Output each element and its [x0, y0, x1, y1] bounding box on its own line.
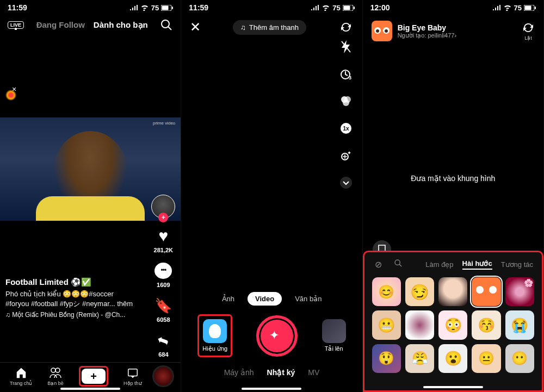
svg-line-4: [168, 27, 171, 30]
screen-effects: 12:00 75 Big Eye Baby Người tạo: peilinl…: [363, 0, 544, 392]
svg-rect-7: [128, 369, 138, 376]
sparkle-icon: ✦: [269, 328, 285, 344]
wifi-icon: [322, 4, 330, 11]
flash-icon[interactable]: [338, 39, 354, 54]
video-desc-2[interactable]: #foryou #football #fypシ #neymar... thêm: [5, 299, 143, 309]
music-note-icon: ♫: [240, 23, 246, 32]
bookmark-button[interactable]: 🔖 6058: [153, 296, 173, 323]
battery-pct: 75: [151, 4, 159, 12]
video-meta: Football Limited ⚽✅ Phó chủ tịch kiểu 😳😳…: [5, 277, 143, 319]
effect-header: Big Eye Baby Người tạo: peilinli477› Lật: [363, 13, 543, 49]
mode-video[interactable]: Video: [248, 292, 282, 306]
sound-disc[interactable]: [152, 365, 174, 387]
subtab-camera[interactable]: Máy ảnh: [224, 368, 254, 377]
mode-text[interactable]: Văn bản: [287, 292, 329, 306]
author-avatar[interactable]: +: [151, 195, 175, 219]
nav-home[interactable]: Trang chủ: [10, 366, 32, 386]
effect-tile[interactable]: [505, 344, 534, 373]
effect-tile[interactable]: [438, 310, 467, 339]
battery-icon: [343, 5, 355, 11]
effect-tile[interactable]: [472, 310, 500, 339]
video-title[interactable]: Football Limited ⚽✅: [5, 277, 143, 287]
status-bar: 11:59 75: [181, 0, 362, 13]
effect-tile[interactable]: [505, 277, 534, 306]
speed-icon[interactable]: 1x: [338, 121, 354, 136]
svg-rect-23: [524, 5, 531, 10]
svg-point-6: [55, 368, 60, 372]
record-button[interactable]: ✦: [256, 315, 298, 357]
no-effect-icon[interactable]: ⊘: [373, 259, 384, 270]
mode-photo[interactable]: Ảnh: [214, 292, 242, 306]
signal-icon: [129, 5, 138, 10]
confetti-close-icon[interactable]: ×: [12, 85, 16, 94]
filters-icon[interactable]: [338, 94, 354, 109]
inbox-icon: [126, 366, 139, 379]
subtab-diary[interactable]: Nhật ký: [267, 368, 295, 377]
feed-content[interactable]: × prime video + ♥ 281,2K 1609 🔖 6058 ➦: [0, 37, 181, 362]
effect-thumbnail[interactable]: [372, 21, 392, 41]
upload-button[interactable]: Tải lên: [322, 319, 346, 352]
side-actions: + ♥ 281,2K 1609 🔖 6058 ➦ 684: [151, 195, 175, 387]
panel-tab-interactive[interactable]: Tương tác: [501, 260, 533, 269]
effect-tile[interactable]: [405, 310, 434, 339]
home-indicator: [423, 386, 483, 388]
effect-tile[interactable]: [438, 344, 467, 373]
nav-friends[interactable]: Bạn bè: [47, 366, 64, 386]
status-bar: 12:00 75: [363, 0, 543, 13]
panel-tab-funny[interactable]: Hài hước: [462, 259, 492, 270]
beauty-icon[interactable]: [338, 148, 354, 163]
signal-icon: [492, 5, 501, 10]
svg-point-17: [343, 99, 349, 106]
effects-button[interactable]: Hiệu ứng: [202, 319, 227, 352]
comment-button[interactable]: 1609: [153, 261, 173, 288]
effect-meta[interactable]: Big Eye Baby Người tạo: peilinli477›: [398, 23, 516, 39]
effect-tile[interactable]: [405, 344, 434, 373]
subtab-mv[interactable]: MV: [308, 368, 319, 377]
effect-tile[interactable]: [472, 344, 500, 373]
tab-foryou[interactable]: Dành cho bạn: [94, 20, 148, 30]
music-line[interactable]: ♫ Một Giấc Phiêu Bồng (Remix) - @Ch...: [5, 311, 143, 319]
flip-icon: [522, 21, 535, 34]
grid-fade: [364, 379, 542, 390]
effect-tile[interactable]: [372, 344, 401, 373]
expand-tools-icon[interactable]: [338, 175, 354, 190]
effect-tile-selected[interactable]: [472, 277, 500, 306]
feed-tabs: Đang Follow Dành cho bạn: [34, 20, 150, 30]
effects-grid: [371, 274, 535, 376]
camera-modes: Ảnh Video Văn bản: [181, 292, 362, 306]
svg-text:1x: 1x: [343, 126, 349, 132]
camera-header: ✕ ♫ Thêm âm thanh: [181, 13, 362, 41]
signal-icon: [311, 5, 319, 10]
like-button[interactable]: ♥ 281,2K: [153, 226, 173, 253]
search-effects-icon[interactable]: [393, 259, 404, 270]
effect-tile[interactable]: [438, 277, 467, 306]
live-icon[interactable]: LIVE: [8, 21, 24, 29]
status-bar: 11:59 75: [0, 0, 181, 13]
home-icon: [15, 366, 28, 379]
wifi-icon: [503, 4, 512, 11]
panel-tab-beauty[interactable]: Làm đẹp: [425, 260, 453, 269]
svg-point-21: [340, 177, 352, 189]
search-icon[interactable]: [160, 18, 173, 32]
effect-tile[interactable]: [372, 310, 401, 339]
close-icon[interactable]: ✕: [190, 20, 201, 35]
video-subject: [52, 131, 128, 218]
video-desc-1[interactable]: Phó chủ tịch kiểu 😳😳😳#soccer: [5, 289, 143, 299]
create-button[interactable]: +: [82, 369, 106, 384]
effect-tile[interactable]: [505, 310, 534, 339]
nav-inbox[interactable]: Hộp thư: [123, 366, 142, 386]
home-indicator: [60, 388, 120, 390]
home-indicator: [242, 388, 301, 390]
flip-camera-icon[interactable]: [338, 20, 354, 35]
effect-tile[interactable]: [405, 277, 434, 306]
status-time: 11:59: [8, 3, 27, 12]
battery-pct: 75: [514, 4, 522, 12]
svg-line-26: [399, 264, 401, 266]
timer-icon[interactable]: 3: [338, 66, 354, 82]
flip-camera-button[interactable]: Lật: [522, 21, 535, 41]
share-button[interactable]: ➦ 684: [153, 331, 173, 358]
add-sound-button[interactable]: ♫ Thêm âm thanh: [233, 20, 306, 35]
effect-tile[interactable]: [372, 277, 401, 306]
svg-rect-24: [535, 7, 536, 9]
tab-following[interactable]: Đang Follow: [36, 20, 85, 30]
